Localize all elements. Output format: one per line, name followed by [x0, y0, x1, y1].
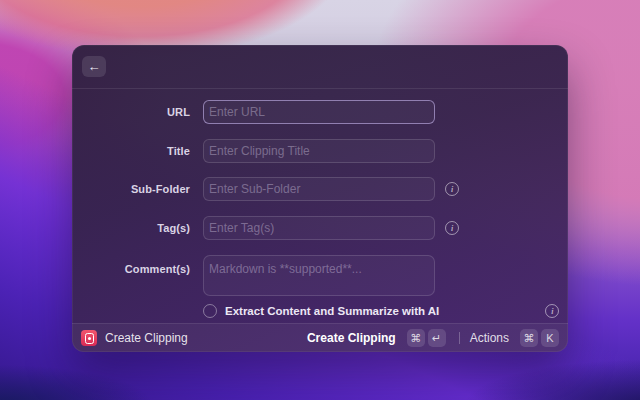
form-row-tags: Tag(s) i: [72, 216, 568, 240]
footer-actions: Create Clipping ⌘ ↵ Actions ⌘ K: [307, 329, 559, 347]
command-key-icon: ⌘: [407, 329, 425, 347]
create-clipping-action-button[interactable]: Create Clipping: [307, 331, 396, 345]
form-row-subfolder: Sub-Folder i: [72, 177, 568, 201]
title-label: Title: [72, 145, 190, 157]
window-footer: Create Clipping Create Clipping ⌘ ↵ Acti…: [72, 323, 568, 352]
extract-ai-checkbox[interactable]: [203, 304, 217, 318]
comments-label: Comment(s): [72, 263, 190, 275]
form-row-comments: Comment(s): [72, 255, 568, 296]
clipping-glyph-icon: [85, 333, 94, 344]
return-key-icon: ↵: [428, 329, 446, 347]
tags-info-icon[interactable]: i: [445, 221, 459, 235]
url-input[interactable]: [203, 100, 435, 124]
create-clipping-app-icon: [81, 330, 97, 346]
tags-input[interactable]: [203, 216, 435, 240]
subfolder-label: Sub-Folder: [72, 183, 190, 195]
title-input[interactable]: [203, 139, 435, 163]
window-header: ←: [72, 45, 568, 89]
clipping-form: URL Title Sub-Folder i Tag(s) i Comment(…: [72, 89, 568, 323]
extract-ai-checkbox-label: Extract Content and Summarize with AI: [225, 305, 439, 317]
form-row-title: Title: [72, 139, 568, 163]
form-row-url: URL: [72, 100, 568, 124]
subfolder-input[interactable]: [203, 177, 435, 201]
command-key-icon: ⌘: [520, 329, 538, 347]
extract-ai-info-icon[interactable]: i: [545, 304, 559, 318]
back-button[interactable]: ←: [82, 56, 106, 77]
extract-ai-checkbox-group: Extract Content and Summarize with AI: [203, 304, 439, 318]
comments-textarea[interactable]: [203, 255, 435, 296]
form-row-extract-ai: Extract Content and Summarize with AI i: [72, 304, 568, 318]
url-label: URL: [72, 106, 190, 118]
actions-menu-button[interactable]: Actions: [470, 331, 509, 345]
k-key-icon: K: [541, 329, 559, 347]
footer-divider: [459, 332, 460, 344]
create-clipping-window: ← URL Title Sub-Folder i Tag(s) i Commen…: [72, 45, 568, 352]
subfolder-info-icon[interactable]: i: [445, 182, 459, 196]
tags-label: Tag(s): [72, 222, 190, 234]
footer-app-title: Create Clipping: [105, 331, 188, 345]
